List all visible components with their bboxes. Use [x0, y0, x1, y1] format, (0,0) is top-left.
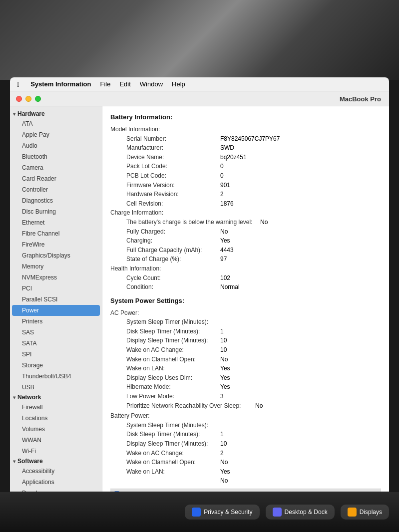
hardware-section-header[interactable]: ▾ Hardware	[10, 109, 102, 118]
sidebar-item-usb[interactable]: USB	[10, 382, 102, 393]
sidebar-item-wifi[interactable]: Wi-Fi	[10, 446, 102, 457]
full-charge-value: 4443	[220, 246, 234, 255]
serial-value: F8Y8245067CJ7PY67	[220, 134, 280, 144]
b-wake-lan-value: Yes	[220, 467, 230, 477]
sidebar-item-spi[interactable]: SPI	[10, 349, 102, 360]
sidebar-item-sata[interactable]: SATA	[10, 338, 102, 349]
disk-sleep-label: Disk Sleep Timer (Minutes):	[110, 327, 220, 336]
sidebar-item-printers[interactable]: Printers	[10, 316, 102, 327]
cell-rev-label: Cell Revision:	[110, 199, 220, 209]
state-of-charge-value: 97	[220, 255, 227, 264]
minimize-button[interactable]	[25, 96, 31, 102]
b-disk-sleep-value: 1	[220, 430, 224, 439]
maximize-button[interactable]	[35, 96, 41, 102]
sidebar-item-parallelscsi[interactable]: Parallel SCSI	[10, 294, 102, 305]
serial-label: Serial Number:	[110, 134, 220, 144]
sidebar-item-storage[interactable]: Storage	[10, 360, 102, 371]
sidebar-item-discburning[interactable]: Disc Burning	[10, 206, 102, 217]
sidebar-item-firewall[interactable]: Firewall	[10, 402, 102, 413]
hibernate-label: Hibernate Mode:	[110, 382, 220, 392]
system-sleep-label: System Sleep Timer (Minutes):	[110, 317, 220, 327]
pcb-lot-label: PCB Lot Code:	[110, 171, 220, 181]
sidebar-item-wwan[interactable]: WWAN	[10, 435, 102, 446]
menu-help[interactable]: Help	[172, 80, 185, 88]
sidebar-item-nvmexpress[interactable]: NVMExpress	[10, 272, 102, 283]
display-sleep-dim-value: Yes	[220, 373, 230, 383]
sidebar-item-power[interactable]: Power	[12, 305, 100, 316]
menu-window[interactable]: Window	[140, 80, 163, 88]
dock-item-privacy[interactable]: Privacy & Security	[185, 505, 259, 520]
sidebar-item-applepay[interactable]: Apple Pay	[10, 129, 102, 140]
wake-ac-value: 10	[220, 345, 227, 355]
window-title: MacBook Pro	[340, 95, 381, 102]
sidebar-item-ethernet[interactable]: Ethernet	[10, 217, 102, 228]
wake-ac-label: Wake on AC Change:	[110, 345, 220, 355]
sidebar-item-bluetooth[interactable]: Bluetooth	[10, 151, 102, 162]
charging-value: Yes	[220, 236, 230, 246]
app-name-menu[interactable]: System Information	[30, 80, 91, 88]
sidebar-item-camera[interactable]: Camera	[10, 162, 102, 173]
dock-item-displays[interactable]: Displays	[341, 505, 389, 520]
b-wake-lan-label: Wake on LAN:	[110, 467, 220, 477]
wake-clamshell-label: Wake on Clamshell Open:	[110, 355, 220, 364]
dock-item-desktop[interactable]: Desktop & Dock	[266, 505, 335, 520]
display-sleep-dim-label: Display Sleep Uses Dim:	[110, 373, 220, 383]
dock-item-desktop-label: Desktop & Dock	[285, 509, 328, 516]
b-wake-ac-label: Wake on AC Change:	[110, 449, 220, 458]
wake-clamshell-value: No	[220, 355, 228, 364]
fully-charged-label: Fully Charged:	[110, 227, 220, 237]
sidebar-item-diagnostics[interactable]: Diagnostics	[10, 195, 102, 206]
b-wake-ac-value: 2	[220, 449, 224, 458]
model-info-label: Model Information:	[110, 125, 220, 134]
disk-sleep-value: 1	[220, 327, 224, 336]
wake-lan-value: Yes	[220, 364, 230, 373]
manufacturer-value: SWD	[220, 143, 234, 153]
software-section-header[interactable]: ▾ Software	[10, 457, 102, 466]
network-section-header[interactable]: ▾ Network	[10, 393, 102, 402]
display-sleep-value: 10	[220, 336, 227, 345]
sidebar-item-applications[interactable]: Applications	[10, 477, 102, 488]
dock-item-displays-label: Displays	[360, 509, 382, 516]
sidebar-item-fibrechannel[interactable]: Fibre Channel	[10, 228, 102, 239]
breadcrumb-icon	[114, 491, 119, 492]
sidebar: ▾ Hardware ATA Apple Pay Audio Bluetooth…	[10, 106, 102, 492]
warning-value: No	[260, 218, 268, 227]
full-charge-label: Full Charge Capacity (mAh):	[110, 246, 220, 255]
sidebar-item-audio[interactable]: Audio	[10, 140, 102, 151]
sidebar-item-volumes[interactable]: Volumes	[10, 424, 102, 435]
sidebar-item-developer[interactable]: Developer	[10, 488, 102, 492]
pcb-lot-value: 0	[220, 171, 224, 181]
sidebar-item-memory[interactable]: Memory	[10, 261, 102, 272]
window-body: ▾ Hardware ATA Apple Pay Audio Bluetooth…	[10, 106, 389, 492]
wake-lan-label: Wake on LAN:	[110, 364, 220, 373]
sidebar-item-thunderbolt[interactable]: Thunderbolt/USB4	[10, 371, 102, 382]
photo-background	[0, 0, 399, 80]
menu-edit[interactable]: Edit	[119, 80, 130, 88]
hardware-rev-label: Hardware Revision:	[110, 190, 220, 199]
menu-file[interactable]: File	[100, 80, 110, 88]
health-info-label: Health Information:	[110, 264, 220, 273]
firmware-label: Firmware Version:	[110, 181, 220, 190]
prioritize-label: Prioritize Network Reachability Over Sle…	[110, 401, 255, 411]
display-sleep-label: Display Sleep Timer (Minutes):	[110, 336, 220, 345]
sidebar-item-ata[interactable]: ATA	[10, 118, 102, 129]
sidebar-item-graphics[interactable]: Graphics/Displays	[10, 250, 102, 261]
b-system-sleep-label: System Sleep Timer (Minutes):	[110, 421, 220, 430]
bottom-dock-area: Privacy & Security Desktop & Dock Displa…	[0, 492, 399, 532]
dock-item-privacy-label: Privacy & Security	[204, 509, 252, 516]
b-extra-label	[110, 476, 220, 486]
condition-value: Normal	[220, 282, 240, 292]
close-button[interactable]	[16, 96, 22, 102]
sidebar-item-cardreader[interactable]: Card Reader	[10, 173, 102, 184]
battery-info-block: Model Information: Serial Number: F8Y824…	[110, 125, 381, 292]
sidebar-item-accessibility[interactable]: Accessibility	[10, 466, 102, 477]
device-name-label: Device Name:	[110, 153, 220, 162]
battery-power-label: Battery Power:	[110, 411, 220, 421]
sidebar-item-controller[interactable]: Controller	[10, 184, 102, 195]
b-display-sleep-label: Display Sleep Timer (Minutes):	[110, 439, 220, 449]
sidebar-item-locations[interactable]: Locations	[10, 413, 102, 424]
sidebar-item-sas[interactable]: SAS	[10, 327, 102, 338]
sidebar-item-firewire[interactable]: FireWire	[10, 239, 102, 250]
sidebar-item-pci[interactable]: PCI	[10, 283, 102, 294]
b-display-sleep-value: 10	[220, 439, 227, 449]
